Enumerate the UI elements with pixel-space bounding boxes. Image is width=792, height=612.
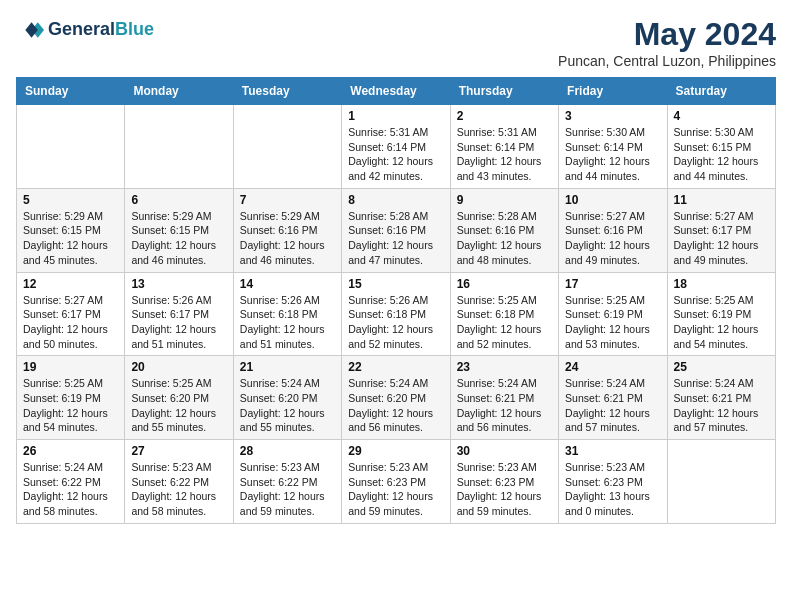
calendar-cell	[125, 105, 233, 189]
calendar-cell: 22Sunrise: 5:24 AM Sunset: 6:20 PM Dayli…	[342, 356, 450, 440]
day-info: Sunrise: 5:24 AM Sunset: 6:22 PM Dayligh…	[23, 460, 118, 519]
calendar-week-4: 19Sunrise: 5:25 AM Sunset: 6:19 PM Dayli…	[17, 356, 776, 440]
day-number: 25	[674, 360, 769, 374]
calendar-cell: 30Sunrise: 5:23 AM Sunset: 6:23 PM Dayli…	[450, 440, 558, 524]
day-number: 1	[348, 109, 443, 123]
svg-marker-1	[25, 22, 37, 38]
day-number: 21	[240, 360, 335, 374]
day-number: 20	[131, 360, 226, 374]
logo: GeneralBlue	[16, 16, 154, 44]
day-info: Sunrise: 5:30 AM Sunset: 6:15 PM Dayligh…	[674, 125, 769, 184]
day-info: Sunrise: 5:29 AM Sunset: 6:15 PM Dayligh…	[131, 209, 226, 268]
day-number: 30	[457, 444, 552, 458]
logo-text: GeneralBlue	[48, 20, 154, 40]
title-block: May 2024 Puncan, Central Luzon, Philippi…	[558, 16, 776, 69]
weekday-header-thursday: Thursday	[450, 78, 558, 105]
day-info: Sunrise: 5:30 AM Sunset: 6:14 PM Dayligh…	[565, 125, 660, 184]
calendar-week-2: 5Sunrise: 5:29 AM Sunset: 6:15 PM Daylig…	[17, 188, 776, 272]
weekday-header-wednesday: Wednesday	[342, 78, 450, 105]
day-number: 27	[131, 444, 226, 458]
day-number: 29	[348, 444, 443, 458]
day-number: 4	[674, 109, 769, 123]
calendar-week-5: 26Sunrise: 5:24 AM Sunset: 6:22 PM Dayli…	[17, 440, 776, 524]
weekday-header-monday: Monday	[125, 78, 233, 105]
calendar-cell	[17, 105, 125, 189]
calendar-cell: 26Sunrise: 5:24 AM Sunset: 6:22 PM Dayli…	[17, 440, 125, 524]
day-number: 2	[457, 109, 552, 123]
calendar-cell: 28Sunrise: 5:23 AM Sunset: 6:22 PM Dayli…	[233, 440, 341, 524]
location: Puncan, Central Luzon, Philippines	[558, 53, 776, 69]
day-info: Sunrise: 5:27 AM Sunset: 6:16 PM Dayligh…	[565, 209, 660, 268]
calendar-cell: 16Sunrise: 5:25 AM Sunset: 6:18 PM Dayli…	[450, 272, 558, 356]
day-info: Sunrise: 5:25 AM Sunset: 6:18 PM Dayligh…	[457, 293, 552, 352]
day-number: 14	[240, 277, 335, 291]
day-number: 15	[348, 277, 443, 291]
calendar-cell: 24Sunrise: 5:24 AM Sunset: 6:21 PM Dayli…	[559, 356, 667, 440]
day-number: 31	[565, 444, 660, 458]
weekday-header-tuesday: Tuesday	[233, 78, 341, 105]
calendar-cell: 4Sunrise: 5:30 AM Sunset: 6:15 PM Daylig…	[667, 105, 775, 189]
calendar-cell: 14Sunrise: 5:26 AM Sunset: 6:18 PM Dayli…	[233, 272, 341, 356]
page-header: GeneralBlue May 2024 Puncan, Central Luz…	[16, 16, 776, 69]
day-info: Sunrise: 5:27 AM Sunset: 6:17 PM Dayligh…	[674, 209, 769, 268]
day-number: 28	[240, 444, 335, 458]
calendar-cell: 11Sunrise: 5:27 AM Sunset: 6:17 PM Dayli…	[667, 188, 775, 272]
day-number: 16	[457, 277, 552, 291]
day-info: Sunrise: 5:28 AM Sunset: 6:16 PM Dayligh…	[457, 209, 552, 268]
day-info: Sunrise: 5:25 AM Sunset: 6:19 PM Dayligh…	[565, 293, 660, 352]
calendar-cell: 21Sunrise: 5:24 AM Sunset: 6:20 PM Dayli…	[233, 356, 341, 440]
day-info: Sunrise: 5:23 AM Sunset: 6:23 PM Dayligh…	[565, 460, 660, 519]
day-info: Sunrise: 5:24 AM Sunset: 6:21 PM Dayligh…	[565, 376, 660, 435]
weekday-header-friday: Friday	[559, 78, 667, 105]
day-number: 19	[23, 360, 118, 374]
weekday-header-saturday: Saturday	[667, 78, 775, 105]
day-info: Sunrise: 5:25 AM Sunset: 6:19 PM Dayligh…	[674, 293, 769, 352]
day-number: 26	[23, 444, 118, 458]
calendar-cell: 13Sunrise: 5:26 AM Sunset: 6:17 PM Dayli…	[125, 272, 233, 356]
calendar-cell: 12Sunrise: 5:27 AM Sunset: 6:17 PM Dayli…	[17, 272, 125, 356]
calendar-week-3: 12Sunrise: 5:27 AM Sunset: 6:17 PM Dayli…	[17, 272, 776, 356]
calendar-cell: 23Sunrise: 5:24 AM Sunset: 6:21 PM Dayli…	[450, 356, 558, 440]
day-info: Sunrise: 5:31 AM Sunset: 6:14 PM Dayligh…	[348, 125, 443, 184]
day-info: Sunrise: 5:29 AM Sunset: 6:15 PM Dayligh…	[23, 209, 118, 268]
calendar-cell: 20Sunrise: 5:25 AM Sunset: 6:20 PM Dayli…	[125, 356, 233, 440]
day-info: Sunrise: 5:25 AM Sunset: 6:20 PM Dayligh…	[131, 376, 226, 435]
day-number: 12	[23, 277, 118, 291]
day-info: Sunrise: 5:24 AM Sunset: 6:20 PM Dayligh…	[240, 376, 335, 435]
calendar-table: SundayMondayTuesdayWednesdayThursdayFrid…	[16, 77, 776, 524]
calendar-cell	[667, 440, 775, 524]
day-number: 8	[348, 193, 443, 207]
day-info: Sunrise: 5:25 AM Sunset: 6:19 PM Dayligh…	[23, 376, 118, 435]
calendar-cell: 18Sunrise: 5:25 AM Sunset: 6:19 PM Dayli…	[667, 272, 775, 356]
day-number: 11	[674, 193, 769, 207]
day-info: Sunrise: 5:24 AM Sunset: 6:20 PM Dayligh…	[348, 376, 443, 435]
calendar-cell: 8Sunrise: 5:28 AM Sunset: 6:16 PM Daylig…	[342, 188, 450, 272]
calendar-cell	[233, 105, 341, 189]
day-number: 10	[565, 193, 660, 207]
day-number: 13	[131, 277, 226, 291]
logo-icon	[16, 16, 44, 44]
day-info: Sunrise: 5:27 AM Sunset: 6:17 PM Dayligh…	[23, 293, 118, 352]
calendar-cell: 31Sunrise: 5:23 AM Sunset: 6:23 PM Dayli…	[559, 440, 667, 524]
day-info: Sunrise: 5:23 AM Sunset: 6:22 PM Dayligh…	[131, 460, 226, 519]
day-info: Sunrise: 5:28 AM Sunset: 6:16 PM Dayligh…	[348, 209, 443, 268]
day-number: 3	[565, 109, 660, 123]
day-info: Sunrise: 5:26 AM Sunset: 6:18 PM Dayligh…	[348, 293, 443, 352]
calendar-cell: 25Sunrise: 5:24 AM Sunset: 6:21 PM Dayli…	[667, 356, 775, 440]
day-info: Sunrise: 5:23 AM Sunset: 6:23 PM Dayligh…	[457, 460, 552, 519]
calendar-cell: 1Sunrise: 5:31 AM Sunset: 6:14 PM Daylig…	[342, 105, 450, 189]
calendar-cell: 6Sunrise: 5:29 AM Sunset: 6:15 PM Daylig…	[125, 188, 233, 272]
day-info: Sunrise: 5:26 AM Sunset: 6:17 PM Dayligh…	[131, 293, 226, 352]
calendar-cell: 5Sunrise: 5:29 AM Sunset: 6:15 PM Daylig…	[17, 188, 125, 272]
day-info: Sunrise: 5:26 AM Sunset: 6:18 PM Dayligh…	[240, 293, 335, 352]
calendar-cell: 19Sunrise: 5:25 AM Sunset: 6:19 PM Dayli…	[17, 356, 125, 440]
day-number: 18	[674, 277, 769, 291]
calendar-cell: 27Sunrise: 5:23 AM Sunset: 6:22 PM Dayli…	[125, 440, 233, 524]
day-number: 24	[565, 360, 660, 374]
calendar-cell: 10Sunrise: 5:27 AM Sunset: 6:16 PM Dayli…	[559, 188, 667, 272]
day-number: 22	[348, 360, 443, 374]
calendar-cell: 2Sunrise: 5:31 AM Sunset: 6:14 PM Daylig…	[450, 105, 558, 189]
calendar-cell: 3Sunrise: 5:30 AM Sunset: 6:14 PM Daylig…	[559, 105, 667, 189]
day-number: 9	[457, 193, 552, 207]
day-number: 23	[457, 360, 552, 374]
